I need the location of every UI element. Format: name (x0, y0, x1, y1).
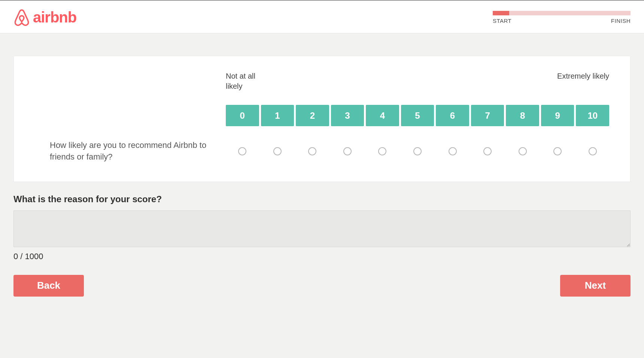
nps-radio-6[interactable] (449, 147, 457, 155)
nps-scale-5: 5 (401, 105, 434, 126)
next-button[interactable]: Next (560, 275, 631, 297)
nps-scale-9: 9 (541, 105, 574, 126)
brand-logo: airbnb (13, 8, 76, 26)
nps-radio-2[interactable] (308, 147, 316, 155)
reason-label: What is the reason for your score? (13, 194, 631, 204)
nps-scale-4: 4 (366, 105, 399, 126)
nps-scale-2: 2 (296, 105, 329, 126)
reason-section: What is the reason for your score? 0 / 1… (13, 194, 631, 261)
reason-char-count: 0 / 1000 (13, 252, 631, 261)
nps-scale-1: 1 (261, 105, 294, 126)
nps-radio-8[interactable] (519, 147, 527, 155)
progress: START FINISH (493, 11, 631, 24)
nps-radio-9[interactable] (553, 147, 562, 155)
reason-textarea[interactable] (13, 210, 631, 247)
header: airbnb START FINISH (0, 0, 644, 33)
nps-scale-header: 0 1 2 3 4 5 6 7 8 9 10 (226, 105, 609, 126)
nps-radio-4[interactable] (378, 147, 386, 155)
nps-radio-5[interactable] (413, 147, 422, 155)
nps-scale-0: 0 (226, 105, 259, 126)
nps-radio-3[interactable] (343, 147, 352, 155)
nps-scale-3: 3 (331, 105, 364, 126)
nav-row: Back Next (13, 275, 631, 297)
airbnb-icon (13, 8, 30, 26)
nps-card: Not at all likely Extremely likely 0 1 2… (13, 56, 631, 182)
nps-scale-10: 10 (576, 105, 609, 126)
nps-scale-7: 7 (471, 105, 504, 126)
nps-scale-6: 6 (436, 105, 469, 126)
nps-radio-row (226, 144, 609, 159)
content: Not at all likely Extremely likely 0 1 2… (0, 33, 644, 308)
nps-radio-0[interactable] (238, 147, 246, 155)
nps-question: How likely are you to recommend Airbnb t… (35, 140, 211, 163)
nps-scale-8: 8 (506, 105, 539, 126)
progress-bar (493, 11, 631, 15)
nps-radio-1[interactable] (273, 147, 282, 155)
progress-fill (493, 11, 509, 15)
nps-radio-7[interactable] (483, 147, 492, 155)
nps-anchor-low: Not at all likely (226, 71, 271, 91)
progress-finish-label: FINISH (611, 18, 631, 24)
nps-radio-10[interactable] (589, 147, 597, 155)
nps-anchor-high: Extremely likely (557, 71, 609, 91)
brand-name: airbnb (33, 9, 76, 26)
progress-start-label: START (493, 18, 511, 24)
back-button[interactable]: Back (13, 275, 84, 297)
